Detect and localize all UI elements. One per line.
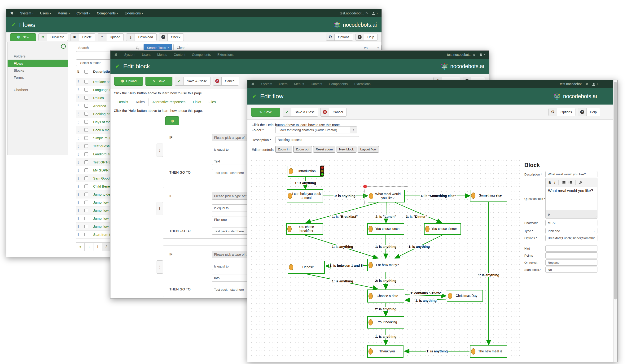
node-port-icon[interactable] <box>369 193 373 199</box>
node-port-icon[interactable] <box>368 262 373 268</box>
flow-link[interactable]: Jump flow 2 <box>93 208 111 212</box>
edge-label[interactable]: 1: is anything <box>294 181 317 185</box>
flow-canvas[interactable]: ✕ Introduction I can help you book a mea… <box>250 159 521 360</box>
flow-link[interactable]: Child Benefi <box>93 184 112 188</box>
tab-files[interactable]: Files <box>205 98 220 106</box>
block-hint-input[interactable] <box>545 245 597 252</box>
row-checkbox[interactable] <box>84 144 88 148</box>
layout-flow-button[interactable]: Layout flow <box>358 146 379 153</box>
menu-users[interactable]: Users <box>142 53 151 56</box>
block-type-select[interactable]: Pick one⌄ <box>545 228 597 234</box>
row-checkbox[interactable] <box>84 80 88 84</box>
new-block-button[interactable]: New block <box>337 146 357 153</box>
edge-label[interactable]: 2: is anything <box>374 307 397 311</box>
node-port-icon[interactable] <box>425 226 429 232</box>
drag-handle-icon[interactable]: ⋮ <box>76 176 80 180</box>
flow-link[interactable]: Jump flow 2 <box>93 225 111 228</box>
block-points-input[interactable] <box>545 252 597 259</box>
drag-handle-icon[interactable]: ⋮ <box>76 144 80 148</box>
drag-handle-icon[interactable]: ⋮ <box>76 208 80 213</box>
first-page-button[interactable]: « <box>76 242 85 251</box>
flow-link[interactable]: Start from th <box>93 233 112 237</box>
node-port-icon[interactable] <box>368 293 373 299</box>
tab-details[interactable]: Details <box>114 98 132 106</box>
tab-rules[interactable]: Rules <box>132 98 149 106</box>
drag-handle-icon[interactable]: ⋮ <box>76 184 80 189</box>
delete-button[interactable]: ✖Delete <box>70 33 95 41</box>
edge-label[interactable]: 2: is "Lunch" <box>375 215 397 218</box>
question-text-editor[interactable]: What meal would you like? <box>545 187 597 210</box>
edge-label[interactable]: 1: is anything <box>477 273 500 277</box>
menu-menus[interactable]: Menus▾ <box>58 11 70 15</box>
page-2-button[interactable]: 2 <box>102 242 111 251</box>
new-button[interactable]: ⊕New <box>10 33 36 41</box>
flow-node-for-how-many[interactable]: For how many? <box>367 259 404 271</box>
node-port-icon[interactable] <box>287 226 292 232</box>
menu-components[interactable]: Components▾ <box>97 11 118 15</box>
zoom-in-button[interactable]: Zoom in <box>275 146 292 153</box>
flow-link[interactable]: Jump flow 1 <box>93 201 111 204</box>
edge-label[interactable]: 2: is anything <box>374 279 397 283</box>
site-preview-link[interactable]: test.nocodebot...⧉ <box>340 11 367 15</box>
upload-button[interactable]: ⤒Upload <box>98 33 124 41</box>
flow-link[interactable]: Language tu <box>93 88 112 92</box>
menu-users[interactable]: Users▾ <box>40 11 51 15</box>
options-button[interactable]: ⚙Options <box>326 34 353 41</box>
row-checkbox[interactable] <box>84 88 88 92</box>
drag-handle-icon[interactable]: ⋮ <box>157 144 163 157</box>
menu-extensions[interactable]: Extensions <box>217 53 233 56</box>
page-1-button[interactable]: 1 <box>93 242 102 251</box>
save-close-button[interactable]: ✔Save & Close <box>175 77 210 86</box>
site-preview-link[interactable]: test.nocodebot...⧉ <box>447 53 475 56</box>
italic-icon[interactable]: I <box>554 180 555 184</box>
row-checkbox[interactable] <box>84 184 88 188</box>
flow-link[interactable]: Raluca <box>93 96 104 100</box>
block-shortcode-input[interactable] <box>545 220 597 226</box>
flow-link[interactable]: Test GPT-3 I <box>93 160 112 164</box>
row-checkbox[interactable] <box>84 112 88 116</box>
resize-grip-icon[interactable] <box>594 215 597 218</box>
edge-label[interactable]: 4: is "Something else" <box>420 194 457 198</box>
drag-handle-icon[interactable]: ⋮ <box>76 224 80 229</box>
row-checkbox[interactable] <box>84 104 88 108</box>
row-checkbox[interactable] <box>84 136 88 140</box>
menu-users[interactable]: Users <box>279 82 288 86</box>
select-all-checkbox[interactable] <box>84 70 88 74</box>
flow-node-something-else[interactable]: Something else <box>470 190 507 202</box>
bullet-list-icon[interactable] <box>562 181 566 184</box>
edge-label[interactable]: 1: is "Breakfast" <box>331 215 359 218</box>
edge-label[interactable]: 1: contains "-12-25" <box>410 291 442 295</box>
edge-label[interactable]: 1: is anything <box>374 335 397 338</box>
block-start-select[interactable]: No⌄ <box>545 266 597 273</box>
row-checkbox[interactable] <box>84 96 88 100</box>
cancel-button[interactable]: ✕Cancel <box>320 108 347 117</box>
drag-handle-icon[interactable]: ⋮ <box>76 80 80 84</box>
flow-node-help-book-meal[interactable]: I can help you book a meal <box>287 189 323 203</box>
row-checkbox[interactable] <box>84 128 88 132</box>
flow-node-your-booking[interactable]: Your booking <box>367 316 404 328</box>
drag-handle-icon[interactable]: ⋮ <box>76 200 80 205</box>
row-checkbox[interactable] <box>84 217 88 220</box>
menu-menus[interactable]: Menus <box>294 82 304 86</box>
description-input[interactable] <box>275 136 359 143</box>
flow-node-introduction[interactable]: Introduction <box>288 166 323 177</box>
link-icon[interactable] <box>579 181 582 184</box>
flow-link[interactable]: My GDPR W <box>93 168 113 172</box>
drag-handle-icon[interactable]: ⋮ <box>76 168 80 172</box>
save-button[interactable]: ✎Save <box>251 108 280 117</box>
drag-handle-icon[interactable]: ⋮ <box>76 96 80 100</box>
row-checkbox[interactable] <box>84 208 88 212</box>
menu-content[interactable]: Content <box>174 53 185 56</box>
drag-handle-icon[interactable]: ⋮ <box>76 88 80 92</box>
block-options-input[interactable] <box>545 235 597 241</box>
drag-handle-icon[interactable]: ⋮ <box>76 136 80 140</box>
scrollbar[interactable] <box>613 80 617 362</box>
sort-icon[interactable]: ⇅ <box>77 70 80 74</box>
sidebar-item-folders[interactable]: Folders <box>7 52 68 60</box>
sidebar-item-blocks[interactable]: Blocks <box>7 67 68 74</box>
flow-node-chose-lunch[interactable]: You chose lunch <box>367 223 404 235</box>
edge-label[interactable]: 1: is anything <box>331 245 354 249</box>
edge-label[interactable]: 1: is anything <box>426 349 448 353</box>
menu-menus[interactable]: Menus <box>157 53 167 56</box>
flow-link[interactable]: Jump to der <box>93 193 111 196</box>
